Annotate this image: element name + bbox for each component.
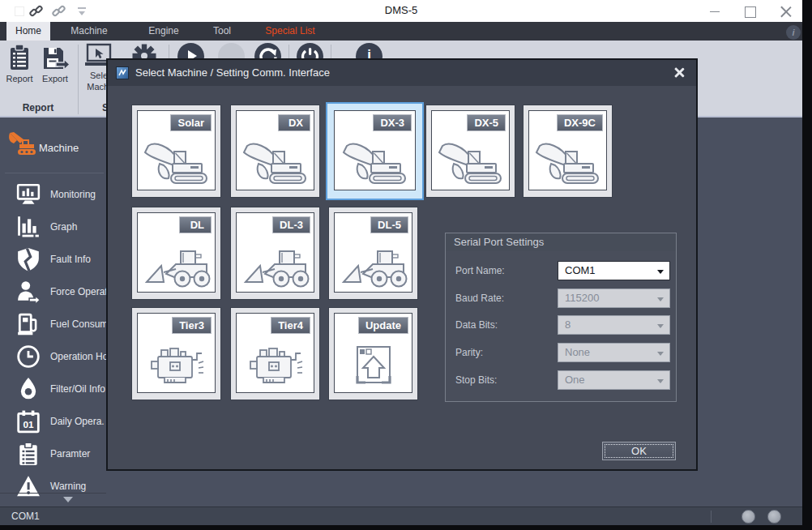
wheel-loader-drawing <box>339 241 408 289</box>
tile-frame: DX-5 <box>431 110 510 190</box>
window-title: DMS-5 <box>0 4 802 16</box>
close-button[interactable] <box>780 5 793 18</box>
tile-frame: DX-3 <box>334 110 416 190</box>
tile-frame: DX <box>236 110 314 190</box>
excavator-drawing <box>340 139 410 186</box>
statusbar-com-port: COM1 <box>11 511 40 522</box>
fault-shield-icon <box>16 247 41 271</box>
sidebar-item-label: Daily Opera. I <box>50 416 106 427</box>
serial-row-parity: Parity: None <box>446 343 676 362</box>
sidebar-item-label: Fault Info <box>50 254 91 265</box>
excavator-drawing <box>533 139 603 186</box>
clock-icon <box>16 344 41 369</box>
sidebar-item-label: Graph <box>50 221 77 233</box>
sidebar-item-parameter[interactable]: Paramter <box>0 438 106 470</box>
sidebar-item-operation-hours[interactable]: Operation Hou <box>0 340 106 373</box>
statusbar-separator <box>711 511 712 523</box>
ribbon-group-report-label: Report <box>0 102 76 113</box>
status-indicator-icon <box>767 510 781 524</box>
select-machine-dialog: Select Machine / Setting Comm. Interface… <box>106 58 698 471</box>
sidebar-item-label: Filter/Oil Info <box>50 383 105 395</box>
data-bits-value: 8 <box>565 318 571 331</box>
sidebar-item-label: Paramter <box>50 448 90 459</box>
machine-tile-tier4[interactable]: Tier4 <box>230 307 320 400</box>
serial-panel-title: Serial Port Settings <box>446 233 676 251</box>
tab-engine-info[interactable]: Engine Info <box>139 22 188 41</box>
tile-frame: DL <box>137 212 216 293</box>
engine-drawing <box>241 342 310 389</box>
ribbon-info-icon[interactable]: i <box>786 25 801 40</box>
tile-badge: DX-9C <box>557 114 603 131</box>
report-icon <box>5 43 34 72</box>
sidebar-item-filter-oil-info[interactable]: Filter/Oil Info <box>0 373 106 405</box>
machine-excavator-icon <box>8 132 37 156</box>
machine-tile-dl5[interactable]: DL-5 <box>328 207 418 300</box>
port-name-select[interactable]: COM1 <box>558 261 670 280</box>
tile-badge: Tier3 <box>172 317 212 334</box>
minimize-button[interactable] <box>708 5 721 18</box>
machine-tile-tier3[interactable]: Tier3 <box>131 307 221 400</box>
fuel-pump-icon <box>16 312 41 336</box>
status-indicator-icon <box>741 510 755 524</box>
sidebar-item-force-operation[interactable]: Force Operati <box>0 276 106 308</box>
tile-frame: Tier3 <box>137 313 216 393</box>
tab-special-list-mode[interactable]: Special List Mode <box>256 22 324 41</box>
serial-row-data-bits: Data Bits: 8 <box>446 315 676 335</box>
sidebar-item-label: Warning <box>50 481 86 492</box>
chevron-down-icon <box>657 324 664 328</box>
tab-home[interactable]: Home <box>6 22 50 41</box>
sidebar-item-machine[interactable]: Machine <box>0 129 106 171</box>
export-button[interactable]: Export <box>37 43 73 83</box>
machine-tile-update[interactable]: Update <box>328 307 418 400</box>
port-name-label: Port Name: <box>455 265 505 276</box>
maximize-button[interactable] <box>743 5 756 18</box>
tile-badge: Solar <box>170 114 212 131</box>
machine-tile-dl3[interactable]: DL-3 <box>230 207 320 300</box>
oil-drop-icon <box>16 377 41 401</box>
stop-bits-select: One <box>558 370 670 390</box>
sidebar-item-label: Force Operati <box>50 286 106 297</box>
ok-button[interactable]: OK <box>602 442 676 460</box>
tile-frame: Tier4 <box>236 313 314 393</box>
warning-triangle-icon <box>16 474 41 498</box>
sidebar-item-fuel-consumption[interactable]: Fuel Consump <box>0 308 106 340</box>
sidebar-item-warning[interactable]: Warning <box>0 470 106 502</box>
baud-rate-label: Baud Rate: <box>455 293 504 304</box>
dialog-titlebar: Select Machine / Setting Comm. Interface <box>108 60 696 86</box>
machine-tile-dx3-selected[interactable]: DX-3 <box>326 102 424 200</box>
parity-label: Parity: <box>455 347 483 358</box>
sidebar-scroll-down-icon[interactable] <box>63 497 73 502</box>
sidebar-item-label: Fuel Consump <box>50 318 106 330</box>
machine-tile-dx9c[interactable]: DX-9C <box>523 105 613 198</box>
sidebar: Machine Monitoring Graph <box>0 118 106 506</box>
dialog-close-icon[interactable] <box>673 66 685 79</box>
parity-select: None <box>558 343 670 362</box>
sidebar-item-graph[interactable]: Graph <box>0 211 106 243</box>
machine-tile-dx5[interactable]: DX-5 <box>425 105 515 198</box>
machine-tile-dx[interactable]: DX <box>230 105 320 198</box>
wheel-loader-drawing <box>142 241 212 289</box>
machine-tile-dl[interactable]: DL <box>131 207 221 300</box>
tab-tool[interactable]: Tool <box>212 22 233 41</box>
serial-row-baud-rate: Baud Rate: 115200 <box>446 289 676 308</box>
parameter-clipboard-icon <box>16 442 41 466</box>
machine-tile-solar[interactable]: Solar <box>131 105 221 198</box>
sidebar-item-label: Monitoring <box>50 189 96 200</box>
sidebar-item-monitoring[interactable]: Monitoring <box>0 178 106 211</box>
tile-badge: DL-5 <box>370 216 408 233</box>
desktop-edge-bottom <box>0 525 812 530</box>
wheel-loader-drawing <box>241 241 310 289</box>
excavator-drawing <box>241 139 310 186</box>
stop-bits-label: Stop Bits: <box>455 374 497 386</box>
sidebar-item-daily-operation[interactable]: 01 Daily Opera. I <box>0 405 106 438</box>
tab-machine-info[interactable]: Machine Info <box>63 22 115 41</box>
serial-port-settings-panel: Serial Port Settings Port Name: COM1 Bau… <box>445 233 677 402</box>
sidebar-item-fault-info[interactable]: Fault Info <box>0 243 106 276</box>
chevron-down-icon <box>657 352 664 356</box>
engine-drawing <box>142 342 212 389</box>
serial-row-port-name: Port Name: COM1 <box>446 261 676 280</box>
excavator-drawing <box>436 139 506 186</box>
report-button[interactable]: Report <box>2 43 37 83</box>
dialog-title: Select Machine / Setting Comm. Interface <box>135 66 330 79</box>
sidebar-divider <box>5 173 104 173</box>
